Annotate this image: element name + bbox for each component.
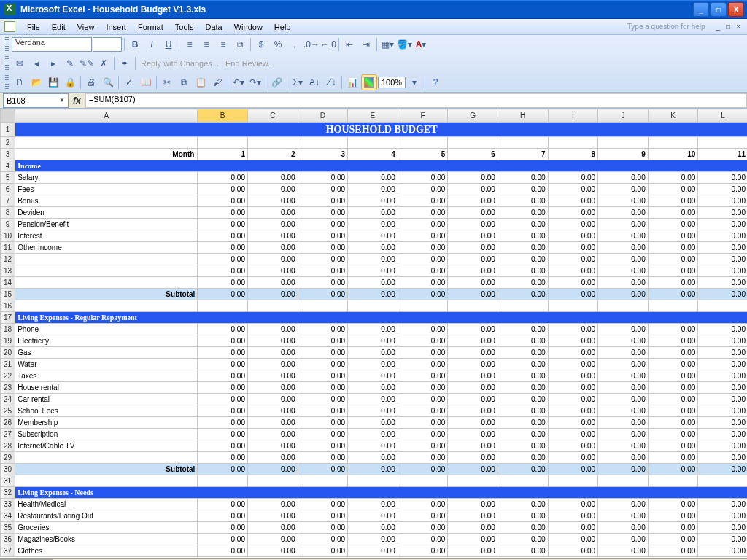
row-header-15[interactable]: 15: [1, 289, 15, 300]
menu-format[interactable]: Format: [132, 21, 169, 33]
grid-cell[interactable]: 0.00: [348, 464, 398, 475]
grid-cell[interactable]: [15, 475, 198, 487]
grid-cell[interactable]: 0.00: [298, 452, 348, 464]
grid-cell[interactable]: 0.00: [648, 359, 698, 370]
grid-cell[interactable]: 0.00: [247, 324, 298, 335]
zoom-dropdown-button[interactable]: ▾: [406, 74, 422, 90]
increase-indent-button[interactable]: ⇥: [358, 36, 374, 52]
grid-cell[interactable]: 0.00: [548, 359, 598, 370]
grid-cell[interactable]: 0.00: [448, 172, 498, 184]
grid-cell[interactable]: 0.00: [498, 405, 548, 417]
grid-cell[interactable]: 0.00: [398, 277, 448, 289]
grid-cell[interactable]: 0.00: [298, 347, 348, 359]
grid-cell[interactable]: 0.00: [247, 510, 298, 522]
col-header-K[interactable]: K: [648, 109, 698, 122]
sort-desc-button[interactable]: Z↓: [323, 74, 339, 90]
subtotal-label[interactable]: Subtotal: [15, 289, 198, 300]
grid-cell[interactable]: 0.00: [198, 405, 248, 417]
grid-cell[interactable]: 0.00: [548, 195, 598, 207]
row-header-1[interactable]: 1: [1, 122, 15, 137]
row-header-30[interactable]: 30: [1, 464, 15, 475]
grid-cell[interactable]: 0.00: [348, 452, 398, 464]
grid-cell[interactable]: 0.00: [298, 429, 348, 440]
row-label[interactable]: Taxes: [15, 370, 198, 382]
grid-cell[interactable]: 0.00: [348, 534, 398, 545]
row-label[interactable]: House rental: [15, 382, 198, 394]
subtotal-label[interactable]: Subtotal: [15, 464, 198, 475]
grid-cell[interactable]: [548, 300, 598, 312]
grid-cell[interactable]: 0.00: [448, 499, 498, 510]
grid-cell[interactable]: 0.00: [498, 230, 548, 242]
row-header-32[interactable]: 32: [1, 487, 15, 499]
grid-cell[interactable]: 0.00: [247, 219, 298, 230]
grid-cell[interactable]: 0.00: [198, 545, 248, 557]
grid-cell[interactable]: 0.00: [198, 242, 248, 254]
grid-cell[interactable]: 0.00: [348, 499, 398, 510]
grid-cell[interactable]: [548, 137, 598, 149]
grid-cell[interactable]: 0.00: [198, 195, 248, 207]
grid-cell[interactable]: 0.00: [398, 347, 448, 359]
grid-cell[interactable]: [698, 137, 747, 149]
grid-cell[interactable]: 0.00: [198, 335, 248, 347]
grid-cell[interactable]: 0.00: [398, 324, 448, 335]
grid-cell[interactable]: 0.00: [298, 522, 348, 534]
grid-cell[interactable]: 0.00: [648, 184, 698, 195]
menu-edit[interactable]: Edit: [46, 21, 71, 33]
grid-cell[interactable]: 0.00: [698, 242, 747, 254]
grid-cell[interactable]: 0.00: [598, 464, 649, 475]
grid-cell[interactable]: 0.00: [648, 440, 698, 452]
next-comment-button[interactable]: ▸: [45, 55, 61, 71]
grid-cell[interactable]: 0.00: [398, 219, 448, 230]
month-label-cell[interactable]: Month: [15, 149, 198, 160]
cut-button[interactable]: ✂: [159, 74, 175, 90]
grid-cell[interactable]: [298, 475, 348, 487]
grid-cell[interactable]: 0.00: [348, 382, 398, 394]
grid-cell[interactable]: 0.00: [198, 289, 248, 300]
name-box-dropdown-icon[interactable]: ▼: [59, 97, 65, 104]
col-header-L[interactable]: L: [698, 109, 747, 122]
grid-cell[interactable]: 0.00: [247, 195, 298, 207]
grid-cell[interactable]: 0.00: [598, 394, 649, 405]
minimize-button[interactable]: _: [693, 2, 709, 17]
grid-cell[interactable]: 0.00: [398, 510, 448, 522]
row-header-9[interactable]: 9: [1, 219, 15, 230]
grid-cell[interactable]: 0.00: [348, 219, 398, 230]
grid-cell[interactable]: 0.00: [298, 510, 348, 522]
grid-cell[interactable]: 0.00: [448, 230, 498, 242]
grid-cell[interactable]: [598, 475, 649, 487]
grid-cell[interactable]: 0.00: [398, 534, 448, 545]
row-header-37[interactable]: 37: [1, 545, 15, 557]
grid-cell[interactable]: 0.00: [398, 405, 448, 417]
grid-cell[interactable]: 0.00: [648, 534, 698, 545]
grid-cell[interactable]: 0.00: [498, 172, 548, 184]
row-header-13[interactable]: 13: [1, 265, 15, 277]
grid-cell[interactable]: [398, 137, 448, 149]
grid-cell[interactable]: [498, 137, 548, 149]
grid-cell[interactable]: 0.00: [247, 265, 298, 277]
grid-cell[interactable]: 0.00: [698, 452, 747, 464]
grid-cell[interactable]: 0.00: [648, 382, 698, 394]
row-label[interactable]: Restaurants/Eating Out: [15, 510, 198, 522]
grid-cell[interactable]: 0.00: [648, 510, 698, 522]
grid-cell[interactable]: 0.00: [698, 195, 747, 207]
grid-cell[interactable]: 0.00: [498, 289, 548, 300]
doc-minimize-button[interactable]: _: [714, 23, 723, 31]
align-right-button[interactable]: ≡: [215, 36, 231, 52]
row-label[interactable]: Phone: [15, 324, 198, 335]
grid-cell[interactable]: 0.00: [247, 394, 298, 405]
currency-button[interactable]: $: [253, 36, 269, 52]
grid-cell[interactable]: [15, 300, 198, 312]
grid-cell[interactable]: 0.00: [298, 440, 348, 452]
col-header-B[interactable]: B: [198, 109, 248, 122]
grid-cell[interactable]: 0.00: [598, 452, 649, 464]
grid-cell[interactable]: 0.00: [448, 440, 498, 452]
grid-cell[interactable]: 0.00: [648, 429, 698, 440]
grid-cell[interactable]: 0.00: [598, 545, 649, 557]
grid-cell[interactable]: 0.00: [348, 277, 398, 289]
month-header-11[interactable]: 11: [698, 149, 747, 160]
grid-cell[interactable]: 0.00: [548, 382, 598, 394]
grid-cell[interactable]: 0.00: [598, 324, 649, 335]
grid-cell[interactable]: 0.00: [498, 207, 548, 219]
fill-color-button[interactable]: 🪣▾: [396, 36, 412, 52]
grid-cell[interactable]: 0.00: [298, 394, 348, 405]
